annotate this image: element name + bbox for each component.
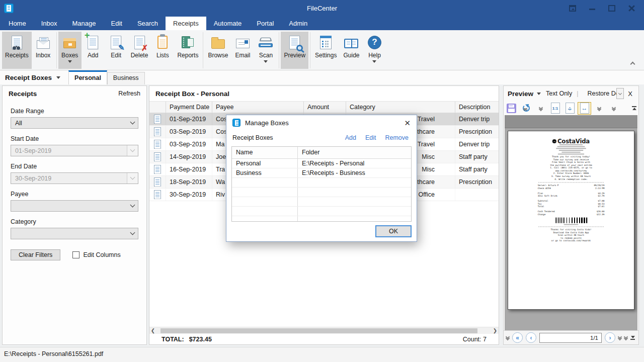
help-button[interactable]: ?Help <box>363 32 386 69</box>
add-link[interactable]: Add <box>345 134 356 141</box>
restore-defaults-button[interactable]: Restore Defa <box>587 90 616 97</box>
add-button[interactable]: +Add <box>82 32 105 69</box>
scroll-left-icon[interactable]: ❮ <box>149 327 156 334</box>
receipt-icon <box>149 113 166 125</box>
grid-header-name[interactable]: Name <box>232 147 297 158</box>
grid-row[interactable]: BusinessE:\Receipts - Business <box>232 168 411 178</box>
cell-payment-date: 18-Sep-2019 <box>166 176 212 188</box>
settings-button[interactable]: Settings <box>312 32 340 69</box>
receipt-boxes-dropdown[interactable]: Receipt Boxes <box>5 74 60 81</box>
header-cell-amount[interactable]: Amount <box>303 102 346 113</box>
grid-row-empty <box>232 216 411 222</box>
grid-header-folder[interactable]: Folder <box>297 147 411 158</box>
lists-button[interactable]: Lists <box>151 32 174 69</box>
preview-close-button[interactable]: X <box>624 90 634 98</box>
fit-width-button[interactable]: ↔ <box>578 102 591 115</box>
preview-options-spinner[interactable] <box>616 88 624 99</box>
header-cell-icon <box>149 102 166 113</box>
boxes-button[interactable]: Boxes <box>58 32 82 69</box>
next-page-button[interactable]: › <box>605 332 615 343</box>
menu-item-edit[interactable]: Edit <box>103 17 129 30</box>
page-options2-icon[interactable] <box>624 335 627 340</box>
reports-button[interactable]: Reports <box>174 32 201 69</box>
header-cell-description[interactable]: Description <box>455 102 499 113</box>
ok-button[interactable]: OK <box>375 225 412 237</box>
date-range-select[interactable]: All <box>11 117 138 129</box>
dialog-close-icon[interactable]: ✕ <box>404 119 411 127</box>
close-button[interactable] <box>628 5 635 12</box>
tab-business[interactable]: Business <box>107 72 145 84</box>
browse-button[interactable]: Browse <box>205 32 231 69</box>
maximize-button[interactable] <box>608 5 615 12</box>
cell-payment-date: 14-Sep-2019 <box>166 151 212 163</box>
header-cell-category[interactable]: Category <box>346 102 455 113</box>
collapse-pagebar-icon[interactable] <box>506 335 509 340</box>
header-cell-payee[interactable]: Payee <box>212 102 303 113</box>
send-to-tray-icon[interactable] <box>569 5 576 12</box>
cell-description: Denver trip <box>455 113 499 125</box>
receipt-icon <box>149 189 166 201</box>
tab-personal[interactable]: Personal <box>68 70 107 84</box>
rotate-button[interactable]: 90 <box>519 102 533 115</box>
more-zoom-button[interactable] <box>592 102 606 115</box>
edit-columns-checkbox[interactable] <box>72 251 79 258</box>
start-date-select[interactable]: 01-Sep-2019 <box>11 145 138 156</box>
grid-row[interactable]: PersonalE:\Receipts - Personal <box>232 159 411 168</box>
grid-row-empty <box>232 207 411 216</box>
page-options-icon[interactable] <box>618 335 621 340</box>
scroll-to-bottom-icon[interactable] <box>630 336 636 340</box>
horizontal-scrollbar[interactable]: ❮ ❯ <box>149 327 499 334</box>
fit-page-button[interactable]: ↔↕ <box>563 102 577 115</box>
edit-columns-toggle[interactable]: Edit Columns <box>72 251 120 258</box>
edit-button[interactable]: ✎Edit <box>105 32 128 69</box>
button-label: Help <box>368 52 381 59</box>
preview-button[interactable]: Preview <box>281 32 308 69</box>
first-page-button[interactable]: « <box>512 332 523 343</box>
menu-item-home[interactable]: Home <box>1 17 34 30</box>
header-cell-payment-date[interactable]: Payment Date <box>166 102 212 113</box>
payee-select[interactable] <box>11 200 138 212</box>
menu-item-admin[interactable]: Admin <box>281 17 315 30</box>
save-button[interactable] <box>505 102 518 115</box>
more-actions-button[interactable] <box>607 102 620 115</box>
email-button[interactable]: Email <box>231 32 254 69</box>
scan-button[interactable]: Scan <box>254 32 277 69</box>
remove-link[interactable]: Remove <box>385 134 409 141</box>
actual-size-button[interactable]: 1:1 <box>548 102 562 115</box>
edit-link[interactable]: Edit <box>365 134 376 141</box>
delete-button[interactable]: ✗Delete <box>128 32 151 69</box>
menu-item-automate[interactable]: Automate <box>206 17 250 30</box>
text-only-button[interactable]: Text Only <box>546 90 572 97</box>
receipt-icon <box>149 151 166 163</box>
guide-button[interactable]: Guide <box>340 32 363 69</box>
scroll-to-top-icon[interactable] <box>632 106 637 110</box>
menu-item-portal[interactable]: Portal <box>249 17 281 30</box>
minimize-button[interactable] <box>589 5 596 12</box>
refresh-link[interactable]: Refresh <box>118 90 140 97</box>
manage-boxes-dialog: Manage Boxes ✕ Receipt Boxes AddEditRemo… <box>226 115 417 242</box>
inbox-button[interactable]: Inbox <box>32 32 55 69</box>
rotate-more-button[interactable] <box>534 102 547 115</box>
end-date-select[interactable]: 30-Sep-2019 <box>11 172 138 184</box>
menu-item-search[interactable]: Search <box>130 17 166 30</box>
chevron-down-icon <box>372 60 376 63</box>
record-count: Count: 7 <box>463 336 487 343</box>
menu-item-inbox[interactable]: Inbox <box>34 17 65 30</box>
menu-item-receipts[interactable]: Receipts <box>166 17 206 30</box>
scroll-right-icon[interactable]: ❯ <box>492 327 499 334</box>
inbox-icon <box>35 33 52 51</box>
receipts-button[interactable]: Receipts <box>2 32 32 69</box>
button-label: Boxes <box>61 52 78 59</box>
button-label: Reports <box>177 52 198 59</box>
scrollbar-thumb[interactable] <box>160 328 477 333</box>
preview-dropdown-icon[interactable] <box>537 93 541 95</box>
clear-filters-button[interactable]: Clear Filters <box>11 249 60 260</box>
page-number-input[interactable]: 1/1 <box>539 333 602 343</box>
preview-icon <box>286 33 303 51</box>
prev-page-button[interactable]: ‹ <box>526 332 536 343</box>
collapse-ribbon-icon[interactable] <box>631 61 636 65</box>
filter-fields: Date RangeAllStart Date01-Sep-2019End Da… <box>3 108 146 239</box>
menu-item-manage[interactable]: Manage <box>65 17 104 30</box>
divider: | <box>577 90 578 97</box>
category-select[interactable] <box>11 228 138 239</box>
